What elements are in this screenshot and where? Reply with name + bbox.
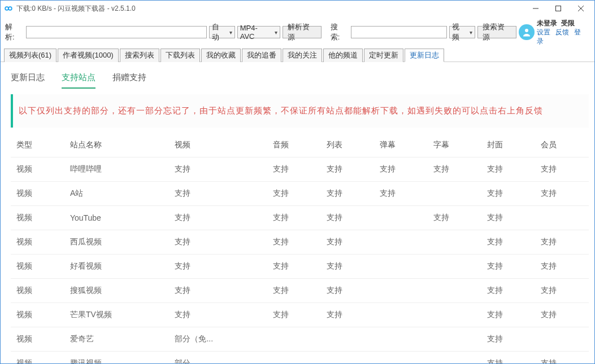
app-icon xyxy=(4,4,13,13)
table-cell: 支持 xyxy=(535,182,589,206)
table-cell: 支持 xyxy=(481,230,535,255)
table-row: 视频搜狐视频支持支持支持支持支持 xyxy=(11,279,589,303)
settings-link[interactable]: 设置 xyxy=(537,28,550,36)
sites-table: 类型站点名称视频音频列表弹幕字幕封面会员 视频哔哩哔哩支持支持支持支持支持支持支… xyxy=(11,133,589,363)
table-cell: 部分（免... xyxy=(169,327,267,352)
table-cell: 视频 xyxy=(11,157,64,182)
format-select[interactable]: MP4-AVC ▾ xyxy=(237,26,280,38)
table-row: 视频腾讯视频部分支持支持 xyxy=(11,352,589,364)
table-header: 视频 xyxy=(169,133,267,157)
main-tab[interactable]: 定时更新 xyxy=(364,49,403,62)
minimize-button[interactable] xyxy=(524,1,547,16)
table-cell xyxy=(321,352,375,364)
table-cell: 支持 xyxy=(321,255,375,279)
table-header: 类型 xyxy=(11,133,64,157)
main-tab[interactable]: 搜索列表 xyxy=(120,49,159,62)
main-tab[interactable]: 更新日志 xyxy=(405,49,444,62)
table-cell xyxy=(374,206,428,230)
table-cell xyxy=(374,230,428,255)
table-cell: 爱奇艺 xyxy=(64,327,170,352)
chevron-down-icon: ▾ xyxy=(275,29,277,36)
table-cell xyxy=(374,352,428,364)
limit-status: 受限 xyxy=(561,19,575,27)
table-cell: 支持 xyxy=(169,206,267,230)
table-row: 视频爱奇艺部分（免...支持 xyxy=(11,327,589,352)
search-button[interactable]: 搜索资源 xyxy=(477,26,516,38)
table-cell: 支持 xyxy=(321,157,375,182)
main-tab[interactable]: 我的关注 xyxy=(283,49,322,62)
table-cell: 支持 xyxy=(267,206,321,230)
table-cell: 支持 xyxy=(321,182,375,206)
table-cell: 视频 xyxy=(11,303,64,327)
table-cell xyxy=(428,255,481,279)
table-cell: 支持 xyxy=(267,255,321,279)
table-cell xyxy=(428,182,481,206)
sub-tab[interactable]: 更新日志 xyxy=(11,72,45,89)
table-row: 视频好看视频支持支持支持支持支持 xyxy=(11,255,589,279)
table-cell xyxy=(535,327,589,352)
user-avatar-icon[interactable] xyxy=(519,24,534,40)
svg-point-1 xyxy=(8,7,12,10)
table-header: 列表 xyxy=(321,133,375,157)
main-tabs: 视频列表(61)作者视频(1000)搜索列表下载列表我的收藏我的追番我的关注他的… xyxy=(1,48,594,62)
table-cell: 支持 xyxy=(428,206,481,230)
parse-button[interactable]: 解析资源 xyxy=(283,26,322,38)
table-cell xyxy=(428,279,481,303)
search-type-label: 视频 xyxy=(452,22,466,42)
table-header: 弹幕 xyxy=(374,133,428,157)
close-button[interactable] xyxy=(570,1,592,16)
table-cell xyxy=(267,327,321,352)
svg-point-6 xyxy=(525,29,528,32)
table-cell: 支持 xyxy=(481,327,535,352)
login-status: 未登录 xyxy=(537,19,557,27)
table-cell: 视频 xyxy=(11,327,64,352)
sub-tab[interactable]: 支持站点 xyxy=(62,72,95,89)
table-cell: 支持 xyxy=(481,157,535,182)
main-tab[interactable]: 视频列表(61) xyxy=(4,49,57,62)
maximize-button[interactable] xyxy=(547,1,570,16)
table-header: 音频 xyxy=(267,133,321,157)
feedback-link[interactable]: 反馈 xyxy=(555,28,569,36)
table-cell: 支持 xyxy=(535,303,589,327)
table-header: 封面 xyxy=(481,133,535,157)
format-select-label: MP4-AVC xyxy=(240,24,271,41)
table-cell: 支持 xyxy=(321,279,375,303)
table-cell: 支持 xyxy=(267,157,321,182)
table-cell: 视频 xyxy=(11,182,64,206)
table-cell: 支持 xyxy=(535,279,589,303)
table-row: 视频芒果TV视频支持支持支持支持支持 xyxy=(11,303,589,327)
auto-select[interactable]: 自动 ▾ xyxy=(209,26,235,38)
table-cell: 支持 xyxy=(267,230,321,255)
table-cell: 支持 xyxy=(535,230,589,255)
table-cell: 腾讯视频 xyxy=(64,352,170,364)
table-cell: 西瓜视频 xyxy=(64,230,170,255)
table-cell xyxy=(374,255,428,279)
table-cell xyxy=(428,230,481,255)
table-cell: 视频 xyxy=(11,255,64,279)
table-cell: 支持 xyxy=(535,157,589,182)
main-tab[interactable]: 我的收藏 xyxy=(201,49,241,62)
table-cell: 支持 xyxy=(267,182,321,206)
table-cell: 哔哩哔哩 xyxy=(64,157,170,182)
main-tab[interactable]: 我的追番 xyxy=(242,49,281,62)
table-header: 会员 xyxy=(535,133,589,157)
table-cell: 支持 xyxy=(481,206,535,230)
search-input[interactable] xyxy=(351,26,447,38)
table-cell: 支持 xyxy=(481,279,535,303)
table-row: 视频YouTube支持支持支持支持支持 xyxy=(11,206,589,230)
table-cell xyxy=(321,327,375,352)
table-cell: 支持 xyxy=(428,157,481,182)
main-tab[interactable]: 他的频道 xyxy=(323,49,363,62)
main-tab[interactable]: 下载列表 xyxy=(160,49,200,62)
parse-label: 解 析: xyxy=(5,22,24,42)
table-cell: 支持 xyxy=(169,230,267,255)
main-tab[interactable]: 作者视频(1000) xyxy=(58,49,119,62)
app-window: 下载:0 KB/s - 闪豆视频下载器 - v2.5.1.0 解 析: 自动 ▾… xyxy=(0,0,595,364)
table-cell xyxy=(374,279,428,303)
sub-tab[interactable]: 捐赠支持 xyxy=(112,72,146,89)
table-cell: 好看视频 xyxy=(64,255,170,279)
chevron-down-icon: ▾ xyxy=(470,29,472,36)
search-type-select[interactable]: 视频 ▾ xyxy=(449,26,475,38)
table-cell: 支持 xyxy=(267,303,321,327)
parse-input[interactable] xyxy=(26,26,207,38)
